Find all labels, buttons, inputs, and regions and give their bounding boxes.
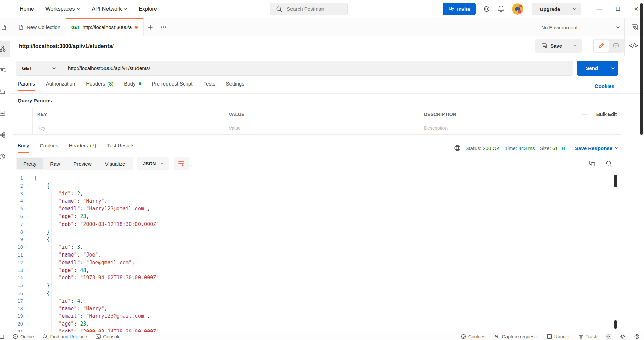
- bulk-edit-button[interactable]: Bulk Edit: [592, 108, 621, 121]
- runner-button[interactable]: Runner: [547, 334, 570, 339]
- graduation-cap-icon: [620, 334, 625, 339]
- save-response-button[interactable]: Save Response: [575, 145, 618, 151]
- hamburger-menu-icon[interactable]: [2, 6, 9, 12]
- code-text: "age": 23,: [26, 213, 89, 220]
- toggle-sidebar-button[interactable]: [0, 334, 4, 339]
- response-tab-body[interactable]: Body: [18, 143, 29, 152]
- wrap-lines-button[interactable]: [174, 157, 189, 170]
- response-scrollbar-thumb[interactable]: [614, 175, 617, 187]
- method-selector[interactable]: GET: [16, 65, 61, 71]
- response-tab-headers[interactable]: Headers(7): [69, 143, 96, 152]
- value-input[interactable]: Value: [229, 125, 241, 131]
- window-close-button[interactable]: ✕: [634, 6, 639, 13]
- sidebar-item-history[interactable]: [0, 149, 10, 164]
- table-options-button[interactable]: [577, 108, 592, 121]
- code-line: 13 "age": 48,: [0, 267, 644, 274]
- code-line: 11 "name": "Joe",: [0, 251, 644, 259]
- nav-api-network[interactable]: API Network: [92, 6, 127, 12]
- send-dropdown[interactable]: [607, 61, 618, 76]
- send-button[interactable]: Send: [577, 61, 618, 76]
- tab-method-badge: GET: [71, 25, 80, 29]
- pencil-icon: [598, 43, 604, 49]
- help-button[interactable]: [634, 334, 639, 339]
- code-text: "name": "Joe",: [26, 251, 101, 259]
- invite-button[interactable]: Invite: [443, 3, 476, 15]
- column-header-description: DESCRIPTION: [419, 108, 577, 121]
- capture-requests-button[interactable]: Capture requests: [494, 334, 538, 339]
- nav-home[interactable]: Home: [20, 6, 34, 12]
- key-input[interactable]: Key: [37, 125, 45, 131]
- cookies-link[interactable]: Cookies: [595, 83, 614, 89]
- view-pretty[interactable]: Pretty: [17, 158, 43, 169]
- nav-workspaces[interactable]: Workspaces: [45, 6, 81, 12]
- tab-new-collection[interactable]: New Collection: [12, 18, 66, 36]
- two-pane-toggle-button[interactable]: [606, 334, 611, 339]
- sidebar-item-collections[interactable]: [0, 41, 10, 57]
- window-maximize-button[interactable]: ☐: [616, 6, 620, 12]
- view-visualize[interactable]: Visualize: [98, 158, 132, 169]
- view-preview[interactable]: Preview: [67, 158, 98, 169]
- code-text: {: [26, 290, 50, 297]
- upgrade-dropdown[interactable]: [568, 3, 581, 15]
- wrap-lines-icon: [178, 161, 185, 167]
- nav-explore[interactable]: Explore: [139, 6, 157, 12]
- search-input[interactable]: Search Postman: [270, 3, 348, 15]
- code-text: "id": 4,: [26, 297, 83, 305]
- response-view-toggle: Pretty Raw Preview Visualize: [16, 157, 133, 170]
- description-input[interactable]: Description: [424, 125, 448, 131]
- window-scrollbar-thumb[interactable]: [640, 3, 643, 135]
- plus-icon: [148, 25, 153, 30]
- copy-response-icon[interactable]: [589, 160, 595, 167]
- tab-settings[interactable]: Settings: [226, 81, 244, 91]
- tab-headers[interactable]: Headers(8): [86, 81, 113, 91]
- save-button[interactable]: Save: [535, 39, 582, 53]
- sidebar-item-flows[interactable]: [0, 127, 10, 143]
- sidebar-item-monitors[interactable]: [0, 106, 10, 121]
- code-text: "age": 23,: [26, 320, 89, 328]
- time-value: 443 ms: [518, 145, 535, 151]
- trash-button[interactable]: Trash: [579, 334, 597, 339]
- console-button[interactable]: Console: [96, 334, 120, 339]
- cookies-manager-button[interactable]: Cookies: [461, 334, 486, 339]
- sidebar-item-mock-servers[interactable]: [0, 84, 10, 100]
- url-input[interactable]: http://localhost:3000/api/v1/students/: [61, 65, 150, 71]
- find-and-replace-button[interactable]: Find and Replace: [42, 334, 87, 339]
- code-text: "email": "Harry123@gmail.com",: [26, 312, 150, 320]
- comments-button[interactable]: [609, 40, 623, 52]
- notifications-bell-icon[interactable]: [498, 5, 504, 13]
- tab-params[interactable]: Params: [18, 81, 35, 91]
- save-dropdown[interactable]: [568, 39, 582, 53]
- environment-selector[interactable]: No Environment: [538, 22, 624, 32]
- response-tab-cookies[interactable]: Cookies: [40, 143, 58, 152]
- upgrade-button[interactable]: Upgrade: [532, 3, 581, 15]
- tab-request-active[interactable]: GET http://localhost:3000/a: [66, 18, 144, 36]
- search-response-icon[interactable]: [606, 160, 612, 167]
- online-status[interactable]: Online: [13, 334, 34, 339]
- tab-options-button[interactable]: [157, 18, 171, 36]
- format-selector[interactable]: JSON: [137, 157, 169, 170]
- response-splitter[interactable]: [0, 140, 644, 140]
- new-tab-button[interactable]: [144, 18, 157, 36]
- code-text: "dob": "1973-04-02T18:30:00.000Z": [26, 274, 159, 282]
- tab-pre-request-script[interactable]: Pre-request Script: [152, 81, 193, 91]
- response-tab-test-results[interactable]: Test Results: [107, 143, 134, 152]
- tab-authorization[interactable]: Authorization: [46, 81, 75, 91]
- trash-icon: [579, 334, 583, 339]
- search-placeholder: Search Postman: [287, 6, 324, 12]
- tab-tests[interactable]: Tests: [203, 81, 215, 91]
- row-select-column: [13, 108, 33, 121]
- cookie-icon: [461, 334, 466, 339]
- training-button[interactable]: [620, 334, 625, 339]
- view-raw[interactable]: Raw: [43, 158, 67, 169]
- chevron-down-icon: [124, 8, 127, 10]
- rename-request-button[interactable]: [594, 40, 609, 52]
- user-avatar[interactable]: [512, 3, 523, 15]
- code-snippet-toggle[interactable]: </>: [629, 43, 638, 49]
- window-minimize-button[interactable]: —: [596, 6, 602, 12]
- response-body-editor[interactable]: 1[2 {3 "id": 2,4 "name": "Harry",5 "emai…: [0, 172, 644, 332]
- settings-gear-icon[interactable]: [483, 5, 490, 13]
- tab-body[interactable]: Body: [124, 81, 141, 91]
- column-header-key: KEY: [33, 108, 224, 121]
- response-scrollbar-end[interactable]: [614, 320, 617, 329]
- sidebar-item-environments[interactable]: [0, 63, 10, 78]
